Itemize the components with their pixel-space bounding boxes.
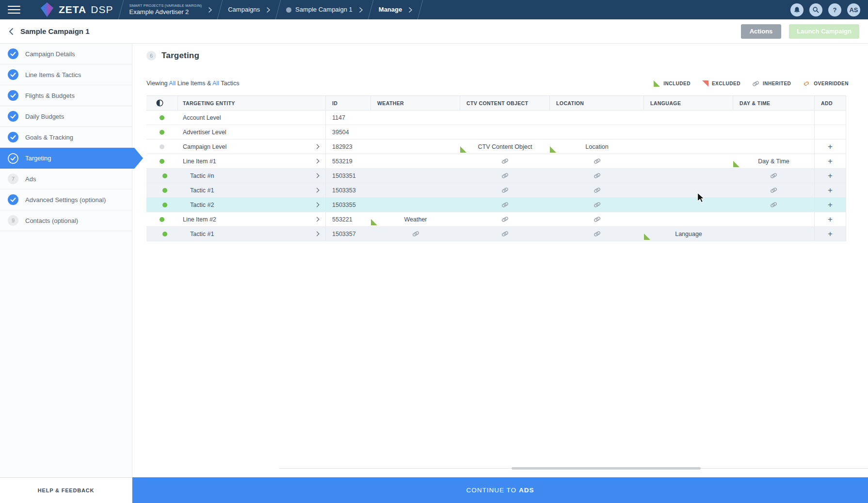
column-header-location: LOCATION	[550, 96, 644, 110]
inherited-chain-icon[interactable]	[412, 230, 419, 237]
inherited-chain-icon[interactable]	[501, 201, 509, 208]
column-header-weather: WEATHER	[371, 96, 460, 110]
column-header-add: ADD	[815, 96, 846, 110]
sidebar-item-campaign-details[interactable]: Campaign Details	[0, 44, 132, 64]
search-icon[interactable]	[809, 3, 822, 16]
inherited-chain-icon[interactable]	[594, 157, 601, 165]
inherited-chain-icon[interactable]	[501, 230, 509, 237]
table-row[interactable]: Campaign Level182923CTV Content ObjectLo…	[146, 140, 846, 154]
sidebar-item-line-items-tactics[interactable]: Line Items & Tactics	[0, 64, 132, 85]
add-targeting-button[interactable]: +	[828, 201, 833, 209]
expand-chevron-icon[interactable]	[315, 217, 320, 222]
all-line-items-link[interactable]: All	[169, 80, 176, 87]
entity-cell: Advertiser Level	[178, 125, 326, 139]
table-row[interactable]: Tactic #n1503351+	[146, 169, 846, 183]
horizontal-scrollbar-thumb[interactable]	[512, 467, 701, 470]
inherited-chain-icon[interactable]	[594, 187, 601, 194]
brand-logo[interactable]: ZETA DSP	[40, 2, 113, 17]
help-icon[interactable]: ?	[828, 3, 841, 16]
add-targeting-button[interactable]: +	[828, 186, 833, 194]
ctv-cell	[460, 154, 550, 168]
column-header-label: WEATHER	[377, 100, 404, 106]
sidebar-item-ads[interactable]: 7Ads	[0, 169, 132, 189]
sidebar-item-contacts-optional[interactable]: 9Contacts (optional)	[0, 210, 132, 231]
expand-chevron-icon[interactable]	[315, 188, 320, 193]
column-visibility-toggle[interactable]	[146, 96, 178, 110]
sidebar-item-label: Advanced Settings (optional)	[25, 196, 106, 204]
section-title: Targeting	[161, 51, 199, 61]
all-tactics-link[interactable]: All	[212, 80, 219, 87]
included-target-label[interactable]: Day & Time	[758, 158, 789, 165]
id-value: 1503351	[332, 173, 356, 179]
inherited-chain-icon[interactable]	[501, 187, 509, 194]
inherited-chain-icon[interactable]	[770, 172, 777, 179]
breadcrumb-item-example-advertiser-2[interactable]: SMART PROJECTS (VARIABLE MARGIN)Example …	[129, 3, 212, 16]
legend-label: INHERITED	[763, 81, 791, 86]
breadcrumb-item-sample-campaign-1[interactable]: Sample Campaign 1	[286, 6, 363, 14]
launch-campaign-button[interactable]: Launch Campaign	[789, 24, 859, 39]
sidebar-item-flights-budgets[interactable]: Flights & Budgets	[0, 85, 132, 106]
sidebar-item-goals-tracking[interactable]: Goals & Tracking	[0, 127, 132, 148]
table-row[interactable]: Line Item #2553221Weather+	[146, 212, 846, 227]
add-targeting-button[interactable]: +	[828, 157, 833, 165]
expand-chevron-icon[interactable]	[315, 159, 320, 164]
inherited-chain-icon[interactable]	[594, 172, 601, 179]
add-targeting-button[interactable]: +	[828, 142, 833, 151]
expand-chevron-icon[interactable]	[315, 232, 320, 236]
step-status-icon	[8, 132, 18, 142]
inherited-chain-icon[interactable]	[770, 201, 777, 208]
expand-chevron-icon[interactable]	[315, 203, 320, 207]
column-header-id: ID	[326, 96, 371, 110]
expand-chevron-icon[interactable]	[315, 173, 320, 178]
sidebar-item-daily-budgets[interactable]: Daily Budgets	[0, 106, 132, 127]
sidebar-item-targeting[interactable]: Targeting	[0, 148, 143, 169]
inherited-chain-icon[interactable]	[501, 216, 509, 223]
avatar[interactable]: AS	[847, 3, 860, 16]
add-targeting-button[interactable]: +	[828, 215, 833, 223]
legend-excluded: EXCLUDED	[702, 80, 740, 87]
add-targeting-button[interactable]: +	[828, 172, 833, 180]
table-row[interactable]: Tactic #11503357Language+	[146, 227, 846, 241]
daytime-cell	[733, 198, 815, 212]
status-dot	[162, 232, 167, 236]
inherited-chain-icon[interactable]	[501, 172, 509, 179]
hamburger-menu-icon[interactable]	[8, 6, 20, 14]
inherited-chain-icon[interactable]	[501, 157, 509, 165]
table-row[interactable]: Account Level1147	[146, 110, 846, 125]
breadcrumb-item-manage[interactable]: Manage	[379, 6, 412, 14]
entity-label: Tactic #n	[190, 173, 214, 179]
actions-button[interactable]: Actions	[741, 24, 782, 39]
inherited-chain-icon	[752, 80, 759, 87]
id-value: 39504	[332, 129, 349, 136]
entity-label: Line Item #1	[183, 158, 216, 165]
notifications-bell-icon[interactable]	[790, 3, 804, 16]
viewing-mid: Line Items &	[177, 80, 211, 87]
inherited-chain-icon[interactable]	[594, 216, 601, 223]
weather-cell	[371, 183, 460, 197]
expand-chevron-icon[interactable]	[315, 144, 320, 149]
included-target-label[interactable]: CTV Content Object	[478, 143, 532, 150]
id-value: 1147	[332, 114, 345, 121]
weather-cell	[371, 227, 460, 241]
help-feedback-button[interactable]: HELP & FEEDBACK	[0, 477, 132, 503]
continue-to-ads-button[interactable]: CONTINUE TO ADS	[132, 477, 868, 503]
table-row[interactable]: Tactic #11503353+	[146, 183, 846, 198]
inherited-chain-icon[interactable]	[770, 187, 777, 194]
inherited-chain-icon[interactable]	[594, 230, 601, 237]
included-target-label[interactable]: Language	[675, 231, 702, 237]
add-targeting-button[interactable]: +	[828, 230, 833, 238]
table-row[interactable]: Advertiser Level39504	[146, 125, 846, 140]
table-row[interactable]: Tactic #21503355+	[146, 198, 846, 212]
id-cell: 553221	[326, 212, 371, 226]
inherited-chain-icon[interactable]	[594, 201, 601, 208]
breadcrumb-item-campaigns[interactable]: Campaigns	[228, 6, 270, 14]
back-button[interactable]	[9, 28, 14, 35]
included-target-label[interactable]: Location	[585, 143, 608, 150]
language-cell	[644, 183, 733, 197]
overridden-broken-chain-icon	[803, 80, 810, 87]
included-target-label[interactable]: Weather	[404, 216, 427, 223]
step-status-icon	[8, 153, 18, 164]
sidebar-item-advanced-settings-optional[interactable]: Advanced Settings (optional)	[0, 189, 132, 210]
table-row[interactable]: Line Item #1553219Day & Time+	[146, 154, 846, 169]
entity-cell: Campaign Level	[178, 140, 326, 154]
